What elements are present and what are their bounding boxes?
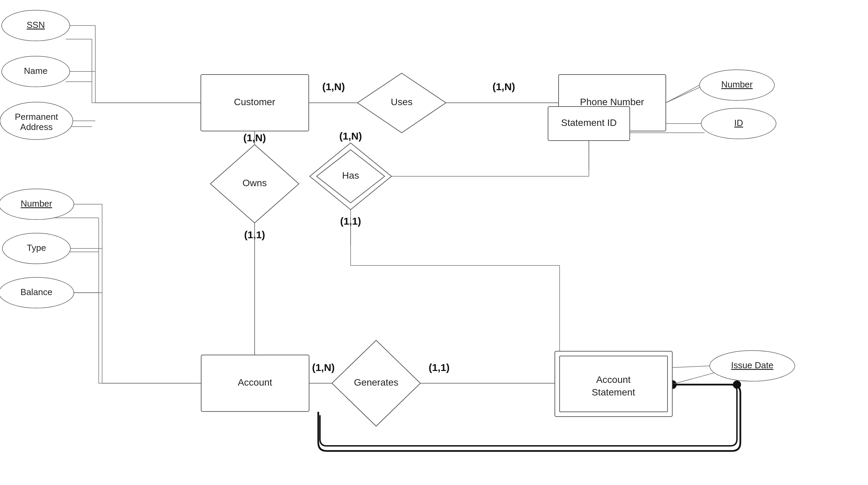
- customer-entity-label: Customer: [234, 97, 275, 107]
- account-entity-label: Account: [238, 377, 272, 388]
- id-attr-label: ID: [734, 118, 743, 128]
- account-statement-label1: Account: [596, 374, 630, 385]
- statement-id-label: Statement ID: [561, 117, 616, 128]
- has-label: Has: [342, 170, 359, 181]
- generates-label: Generates: [354, 377, 399, 388]
- name-attr-label: Name: [24, 66, 47, 76]
- ssn-attr-label: SSN: [27, 20, 45, 30]
- perm-addr-label1: Permanent: [15, 112, 58, 122]
- phone-number-entity-label: Phone Number: [580, 97, 644, 107]
- issue-date-label: Issue Date: [731, 360, 773, 370]
- owns-label: Owns: [242, 178, 267, 188]
- number-acc-label: Number: [21, 198, 52, 209]
- perm-addr-label2: Address: [20, 122, 52, 132]
- self-ref-dot: [733, 381, 741, 389]
- account-statement-label2: Statement: [592, 387, 635, 398]
- number-phone-label: Number: [721, 79, 753, 90]
- type-attr-label: Type: [27, 243, 46, 253]
- er-diagram: Customer Phone Number Account Account St…: [0, 0, 868, 485]
- line-phone-number: [666, 85, 705, 103]
- balance-attr-label: Balance: [20, 287, 52, 297]
- uses-label: Uses: [391, 97, 413, 107]
